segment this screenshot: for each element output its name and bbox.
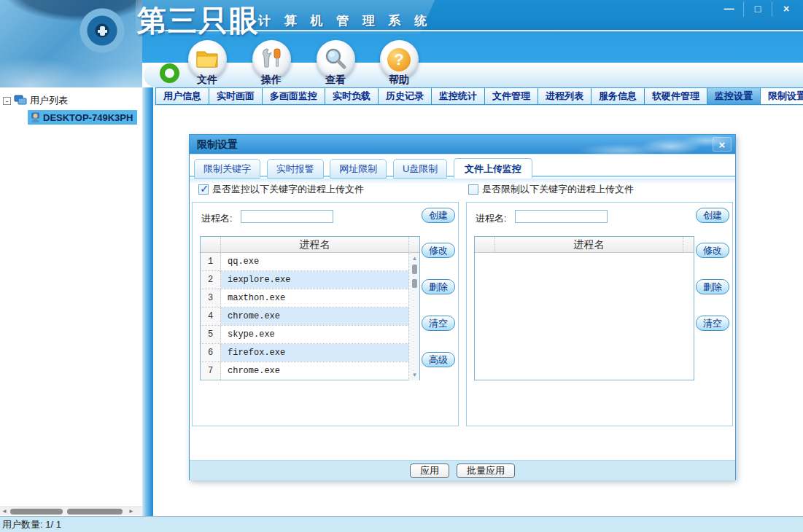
user-count-text: 用户数量: 1/ 1 [2,519,61,530]
minimize-button[interactable]: — [715,1,743,17]
scroll-left-icon[interactable]: ◄ [1,507,7,516]
table-row[interactable]: 6 firefox.exe [201,344,408,362]
scrollbar-thumb[interactable] [67,509,123,515]
sidebar-horizontal-scrollbar[interactable]: ◄ ► [0,506,142,515]
row-number: 7 [201,362,221,380]
restrict-upload-checkbox-label: 是否限制以下关键字的进程上传文件 [482,183,634,196]
tab-service-info[interactable]: 服务信息 [591,87,645,105]
tab-history[interactable]: 历史记录 [378,87,432,105]
file-tool-label: 文件 [185,74,230,87]
delete-button[interactable]: 删除 [422,279,455,294]
user-tree-sidebar: - 用户列表 DESKTOP-749K3PH ◄ [0,87,142,516]
tree-collapse-icon[interactable]: - [3,97,11,105]
dialog-footer: 应用 批量应用 [190,460,735,480]
help-tool[interactable]: ? 帮助 [376,40,422,87]
tab-url-restrict[interactable]: 网址限制 [330,159,387,179]
table-row[interactable]: 2 iexplore.exe [201,271,408,289]
process-name-cell: chrome.exe [221,308,408,325]
monitor-upload-checkbox-row: ✓ 是否监控以下关键字的进程上传文件 [198,183,364,196]
tab-file-manage[interactable]: 文件管理 [484,87,538,105]
tab-usb-restrict[interactable]: U盘限制 [393,159,447,179]
row-number: 4 [201,308,221,325]
scrollbar-header-spacer [408,237,419,252]
create-button[interactable]: 创建 [696,208,729,223]
process-name-cell: skype.exe [221,326,408,343]
scrollbar-header-spacer [683,237,694,252]
maximize-button[interactable]: □ [743,1,772,17]
table-row[interactable]: 3 maxthon.exe [201,289,408,308]
table-row[interactable]: 7 chrome.exe [201,362,408,380]
modify-button[interactable]: 修改 [696,243,729,258]
advanced-button[interactable]: 高级 [422,352,455,367]
create-button[interactable]: 创建 [422,208,455,223]
row-number: 6 [201,344,221,361]
scroll-down-icon[interactable]: ▼ [409,372,420,378]
status-bar: 用户数量: 1/ 1 [0,516,803,532]
table-row[interactable]: 4 chrome.exe [201,308,408,326]
tab-multi-screen-monitor[interactable]: 多画面监控 [262,87,325,105]
dialog-close-icon[interactable]: × [713,137,732,152]
app-window: 第三只眼 计 算 机 管 理 系 统 — □ × 文件 [0,0,803,532]
file-tool[interactable]: 文件 [185,40,230,87]
tree-root-user-list[interactable]: - 用户列表 [3,93,68,108]
process-name-header: 进程名 [495,237,683,252]
help-icon: ? [387,48,411,71]
view-tool[interactable]: 查看 [313,40,358,87]
status-ring-icon [160,63,179,83]
restriction-settings-dialog: 限制设置 × 限制关键字 实时报警 网址限制 U盘限制 文件上传监控 ✓ 是否监… [189,134,736,480]
process-name-cell: firefox.exe [221,344,408,361]
main-tab-bar: 用户信息 实时画面 多画面监控 实时负载 历史记录 监控统计 文件管理 进程列表… [153,87,803,106]
tab-restriction-settings[interactable]: 限制设置 [760,87,803,105]
process-name-cell: qq.exe [221,253,408,270]
eye-logo-image [0,0,142,87]
process-name-input[interactable] [515,210,608,223]
tab-realtime-alert[interactable]: 实时报警 [267,159,324,179]
clear-button[interactable]: 清空 [696,316,729,331]
table-scrollbar[interactable]: ▲ ▼ [408,253,419,380]
help-tool-label: 帮助 [376,74,422,87]
dialog-titlebar[interactable]: 限制设置 × [190,135,735,154]
process-name-header: 进程名 [221,237,408,252]
tab-monitor-settings[interactable]: 监控设置 [707,87,761,105]
operation-tool[interactable]: 操作 [249,40,294,87]
clear-button[interactable]: 清空 [422,316,455,331]
restrict-upload-checkbox-row: 是否限制以下关键字的进程上传文件 [468,183,634,196]
process-name-label: 进程名: [201,212,233,225]
tab-user-info[interactable]: 用户信息 [155,87,209,105]
tab-realtime-screen[interactable]: 实时画面 [209,87,263,105]
row-number-header [475,237,495,252]
batch-apply-button[interactable]: 批量应用 [457,463,515,478]
tools-icon [260,47,283,72]
scrollbar-thumb[interactable] [412,279,417,288]
tab-file-upload-monitor[interactable]: 文件上传监控 [454,158,532,180]
tab-hardware-software[interactable]: 软硬件管理 [644,87,707,105]
row-number: 5 [201,326,221,343]
tab-monitor-stats[interactable]: 监控统计 [431,87,485,105]
app-logo: 第三只眼 [137,1,260,41]
eye-glint [100,26,105,36]
tab-realtime-load[interactable]: 实时负载 [325,87,379,105]
scrollbar-thumb[interactable] [10,509,63,515]
row-number: 1 [201,253,221,270]
table-row[interactable]: 5 skype.exe [201,326,408,344]
tree-item-desktop[interactable]: DESKTOP-749K3PH [28,110,137,125]
delete-button[interactable]: 删除 [696,279,729,294]
scroll-right-icon[interactable]: ► [128,507,134,516]
computers-icon [14,95,27,106]
tab-restrict-keywords[interactable]: 限制关键字 [194,159,260,179]
apply-button[interactable]: 应用 [410,463,449,478]
process-name-input[interactable] [241,210,333,223]
tab-process-list[interactable]: 进程列表 [538,87,591,105]
row-number: 2 [201,271,221,289]
scroll-up-icon[interactable]: ▲ [409,255,420,262]
window-controls: — □ × [715,1,800,17]
process-table: 进程名 1 qq.exe 2 iexplore.exe 3 maxthon.ex… [200,236,420,380]
table-body [475,253,694,380]
table-row[interactable]: 1 qq.exe [201,253,408,271]
scrollbar-thumb[interactable] [412,265,417,274]
restrict-upload-checkbox[interactable] [468,184,478,195]
modify-button[interactable]: 修改 [422,243,455,258]
monitor-upload-checkbox[interactable]: ✓ [198,184,209,195]
close-button[interactable]: × [772,1,800,17]
view-tool-label: 查看 [313,74,358,87]
